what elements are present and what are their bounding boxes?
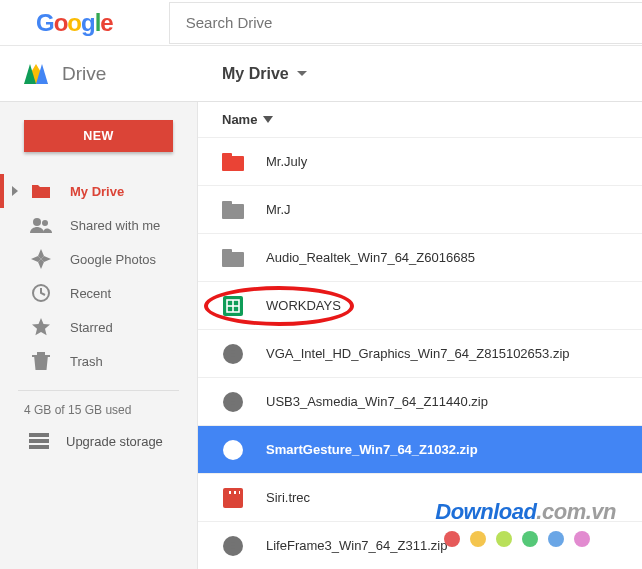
svg-point-1 bbox=[42, 220, 48, 226]
svg-rect-7 bbox=[222, 153, 232, 159]
file-row[interactable]: Mr.July bbox=[198, 137, 642, 185]
sidebar-item-recent[interactable]: Recent bbox=[0, 276, 197, 310]
sidebar-item-label: Google Photos bbox=[70, 252, 156, 267]
svg-rect-29 bbox=[231, 448, 235, 450]
sidebar-item-label: My Drive bbox=[70, 184, 124, 199]
active-indicator bbox=[0, 174, 4, 208]
file-row[interactable]: Mr.J bbox=[198, 185, 642, 233]
svg-rect-9 bbox=[222, 201, 232, 207]
drive-logo-icon bbox=[24, 64, 48, 84]
sidebar-item-label: Starred bbox=[70, 320, 113, 335]
svg-rect-35 bbox=[236, 491, 239, 494]
sidebar: NEW My Drive Shared with me Google Photo… bbox=[0, 102, 198, 569]
storage-icon bbox=[28, 431, 50, 451]
logo-bar: Google bbox=[0, 0, 642, 46]
star-icon bbox=[30, 317, 52, 337]
sort-descending-icon bbox=[263, 116, 273, 123]
svg-rect-11 bbox=[222, 249, 232, 255]
sub-header: Drive My Drive bbox=[0, 46, 642, 102]
zip-icon bbox=[222, 391, 244, 413]
sidebar-item-label: Recent bbox=[70, 286, 111, 301]
svg-rect-25 bbox=[231, 403, 235, 405]
people-icon bbox=[30, 215, 52, 235]
zip-icon bbox=[222, 343, 244, 365]
file-name: Mr.July bbox=[266, 154, 307, 169]
svg-rect-23 bbox=[231, 397, 235, 399]
zip-icon bbox=[222, 439, 244, 461]
svg-rect-18 bbox=[231, 349, 235, 351]
search-input[interactable] bbox=[186, 14, 642, 31]
location-label: My Drive bbox=[222, 65, 289, 83]
sidebar-item-label: Trash bbox=[70, 354, 103, 369]
svg-rect-5 bbox=[29, 445, 49, 449]
column-header-label: Name bbox=[222, 112, 257, 127]
photos-icon bbox=[30, 249, 52, 269]
svg-rect-20 bbox=[231, 355, 235, 357]
file-name: Siri.trec bbox=[266, 490, 310, 505]
svg-rect-33 bbox=[226, 491, 229, 494]
file-row[interactable]: VGA_Intel_HD_Graphics_Win7_64_Z815102653… bbox=[198, 329, 642, 377]
breadcrumb-location[interactable]: My Drive bbox=[198, 65, 307, 83]
sidebar-item-my-drive[interactable]: My Drive bbox=[0, 174, 197, 208]
sidebar-item-trash[interactable]: Trash bbox=[0, 344, 197, 378]
svg-rect-39 bbox=[231, 544, 235, 546]
file-row[interactable]: Audio_Realtek_Win7_64_Z6016685 bbox=[198, 233, 642, 281]
file-pane: Name Mr.JulyMr.JAudio_Realtek_Win7_64_Z6… bbox=[198, 102, 642, 569]
svg-rect-34 bbox=[231, 491, 234, 494]
folder-red-icon bbox=[222, 151, 244, 173]
drive-brand[interactable]: Drive bbox=[0, 63, 198, 85]
folder-grey-icon bbox=[222, 199, 244, 221]
svg-rect-19 bbox=[231, 352, 235, 354]
main: NEW My Drive Shared with me Google Photo… bbox=[0, 102, 642, 569]
file-name: USB3_Asmedia_Win7_64_Z11440.zip bbox=[266, 394, 488, 409]
upgrade-storage-link[interactable]: Upgrade storage bbox=[0, 431, 197, 451]
file-row[interactable]: WORKDAYS bbox=[198, 281, 642, 329]
file-name: VGA_Intel_HD_Graphics_Win7_64_Z815102653… bbox=[266, 346, 570, 361]
sheets-icon bbox=[222, 295, 244, 317]
chevron-down-icon bbox=[297, 71, 307, 76]
upgrade-label: Upgrade storage bbox=[66, 434, 163, 449]
file-name: SmartGesture_Win7_64_Z1032.zip bbox=[266, 442, 478, 457]
folder-grey-icon bbox=[222, 247, 244, 269]
sidebar-item-label: Shared with me bbox=[70, 218, 160, 233]
sidebar-divider bbox=[18, 390, 179, 391]
tree-expand-icon[interactable] bbox=[12, 186, 18, 196]
svg-rect-28 bbox=[231, 445, 235, 447]
search-box[interactable] bbox=[169, 2, 642, 44]
svg-rect-30 bbox=[231, 451, 235, 453]
folder-icon bbox=[30, 181, 52, 201]
drive-title: Drive bbox=[62, 63, 106, 85]
svg-rect-40 bbox=[231, 547, 235, 549]
file-name: LifeFrame3_Win7_64_Z311.zip bbox=[266, 538, 447, 553]
sidebar-item-shared[interactable]: Shared with me bbox=[0, 208, 197, 242]
sidebar-item-starred[interactable]: Starred bbox=[0, 310, 197, 344]
google-logo: Google bbox=[36, 9, 113, 37]
file-row[interactable]: Siri.trec bbox=[198, 473, 642, 521]
svg-rect-24 bbox=[231, 400, 235, 402]
file-name: Audio_Realtek_Win7_64_Z6016685 bbox=[266, 250, 475, 265]
svg-rect-38 bbox=[231, 541, 235, 543]
file-row[interactable]: SmartGesture_Win7_64_Z1032.zip bbox=[198, 425, 642, 473]
trash-icon bbox=[30, 351, 52, 371]
column-header-name[interactable]: Name bbox=[198, 102, 642, 137]
svg-point-0 bbox=[33, 218, 41, 226]
clock-icon bbox=[30, 283, 52, 303]
storage-usage-text: 4 GB of 15 GB used bbox=[0, 403, 197, 417]
file-list: Mr.JulyMr.JAudio_Realtek_Win7_64_Z601668… bbox=[198, 137, 642, 569]
siri-icon bbox=[222, 487, 244, 509]
new-button[interactable]: NEW bbox=[24, 120, 173, 152]
file-row[interactable]: LifeFrame3_Win7_64_Z311.zip bbox=[198, 521, 642, 569]
svg-rect-3 bbox=[29, 433, 49, 437]
file-row[interactable]: USB3_Asmedia_Win7_64_Z11440.zip bbox=[198, 377, 642, 425]
file-name: Mr.J bbox=[266, 202, 291, 217]
zip-icon bbox=[222, 535, 244, 557]
file-name: WORKDAYS bbox=[266, 298, 341, 313]
sidebar-item-photos[interactable]: Google Photos bbox=[0, 242, 197, 276]
svg-rect-4 bbox=[29, 439, 49, 443]
